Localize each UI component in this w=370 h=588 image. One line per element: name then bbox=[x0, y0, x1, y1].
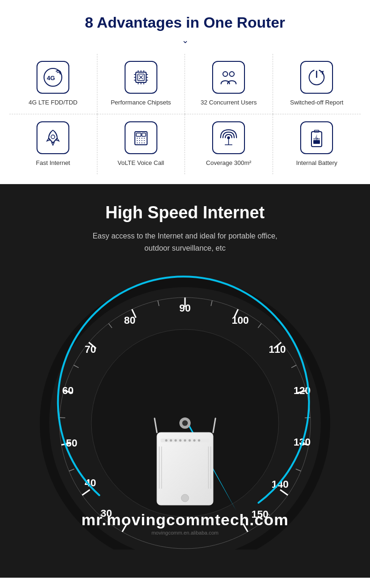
speed-label-110: 110 bbox=[269, 343, 286, 355]
alibaba-text: movingcomm.en.alibaba.com bbox=[81, 530, 289, 536]
chipset-icon-box bbox=[125, 61, 157, 94]
users-icon-box bbox=[212, 61, 245, 94]
advantages-section: 8 Advantages in One Router ⌄ 4G 4G LTE F… bbox=[0, 0, 370, 184]
svg-point-25 bbox=[137, 138, 138, 139]
advantage-label-4g: 4G LTE FDD/TDD bbox=[29, 98, 78, 107]
battery-icon bbox=[307, 128, 326, 148]
svg-point-85 bbox=[193, 439, 196, 441]
svg-point-32 bbox=[144, 140, 145, 141]
svg-point-82 bbox=[179, 439, 182, 441]
advantage-item-switched-off: Switched-off Report bbox=[273, 54, 361, 114]
svg-point-36 bbox=[144, 142, 145, 143]
brand-text: mr.movingcommtech.com bbox=[81, 511, 289, 529]
advantage-item-fast-internet: Fast Internet bbox=[9, 114, 97, 174]
svg-point-76 bbox=[182, 420, 188, 426]
advantage-item-chipset: Performance Chipsets bbox=[97, 54, 185, 114]
speed-label-90: 90 bbox=[179, 302, 191, 314]
advantage-item-battery: Internal Battery bbox=[273, 114, 361, 174]
svg-point-31 bbox=[141, 140, 142, 141]
speed-title: High Speed Internet bbox=[9, 203, 361, 223]
svg-point-84 bbox=[189, 439, 191, 441]
speedometer-container: 30 40 50 60 70 80 90 100 110 120 130 140… bbox=[21, 268, 349, 550]
speed-label-80: 80 bbox=[124, 314, 135, 326]
advantage-label-volte: VoLTE Voice Call bbox=[118, 159, 164, 167]
svg-point-19 bbox=[229, 72, 234, 76]
advantage-item-4g: 4G 4G LTE FDD/TDD bbox=[9, 54, 97, 114]
advantage-label-fast-internet: Fast Internet bbox=[36, 159, 70, 167]
power-icon bbox=[307, 67, 326, 87]
svg-point-81 bbox=[175, 439, 177, 441]
wifi-coverage-icon bbox=[219, 128, 238, 148]
chevron-down-icon: ⌄ bbox=[9, 35, 361, 45]
wifi-icon-box bbox=[212, 121, 245, 154]
phone-icon-box bbox=[125, 121, 157, 154]
advantage-item-volte: VoLTE Voice Call bbox=[97, 114, 185, 174]
4g-icon: 4G bbox=[43, 67, 63, 87]
svg-point-83 bbox=[184, 439, 186, 441]
svg-point-22 bbox=[51, 135, 55, 139]
svg-point-33 bbox=[137, 142, 138, 143]
advantage-label-chipset: Performance Chipsets bbox=[111, 98, 171, 107]
speed-label-100: 100 bbox=[232, 314, 249, 326]
svg-point-30 bbox=[139, 140, 140, 141]
phone-icon bbox=[131, 128, 151, 148]
speed-label-70: 70 bbox=[85, 343, 96, 355]
users-icon bbox=[219, 67, 238, 87]
speed-label-60: 60 bbox=[62, 385, 74, 396]
svg-rect-37 bbox=[142, 133, 146, 136]
4g-icon-box: 4G bbox=[37, 61, 69, 94]
svg-point-18 bbox=[223, 72, 228, 76]
advantage-label-coverage: Coverage 300m² bbox=[206, 159, 252, 167]
svg-line-63 bbox=[59, 417, 65, 418]
svg-point-86 bbox=[198, 439, 200, 441]
speedometer-svg: 30 40 50 60 70 80 90 100 110 120 130 140… bbox=[21, 268, 349, 550]
rocket-icon-box bbox=[37, 121, 69, 154]
svg-point-27 bbox=[141, 138, 142, 139]
svg-point-26 bbox=[139, 138, 140, 139]
chip-icon bbox=[131, 67, 151, 87]
svg-point-35 bbox=[141, 142, 142, 143]
speed-label-50: 50 bbox=[66, 437, 77, 449]
advantages-title: 8 Advantages in One Router bbox=[9, 14, 361, 31]
svg-point-79 bbox=[165, 439, 168, 441]
advantages-grid: 4G 4G LTE FDD/TDD bbox=[9, 54, 361, 174]
svg-point-28 bbox=[144, 138, 145, 139]
battery-icon-box bbox=[300, 121, 333, 154]
svg-point-80 bbox=[170, 439, 172, 441]
speed-section: High Speed Internet Easy access to the I… bbox=[0, 184, 370, 578]
svg-rect-24 bbox=[136, 133, 141, 136]
advantage-label-users: 32 Concurrent Users bbox=[200, 98, 257, 107]
svg-point-34 bbox=[139, 142, 140, 143]
svg-text:4G: 4G bbox=[47, 74, 55, 82]
advantage-item-users: 32 Concurrent Users bbox=[185, 54, 273, 114]
advantage-item-coverage: Coverage 300m² bbox=[185, 114, 273, 174]
rocket-icon bbox=[43, 128, 63, 148]
advantage-label-switched-off: Switched-off Report bbox=[290, 98, 343, 107]
advantage-label-battery: Internal Battery bbox=[296, 159, 337, 167]
power-icon-box bbox=[300, 61, 333, 94]
speed-subtitle: Easy access to the Internet and ideal fo… bbox=[9, 230, 361, 254]
svg-point-93 bbox=[181, 494, 189, 502]
speed-subtitle-line1: Easy access to the Internet and ideal fo… bbox=[93, 232, 278, 240]
speed-subtitle-line2: outdoor surveillance, etc bbox=[144, 244, 225, 252]
svg-point-29 bbox=[137, 140, 138, 141]
